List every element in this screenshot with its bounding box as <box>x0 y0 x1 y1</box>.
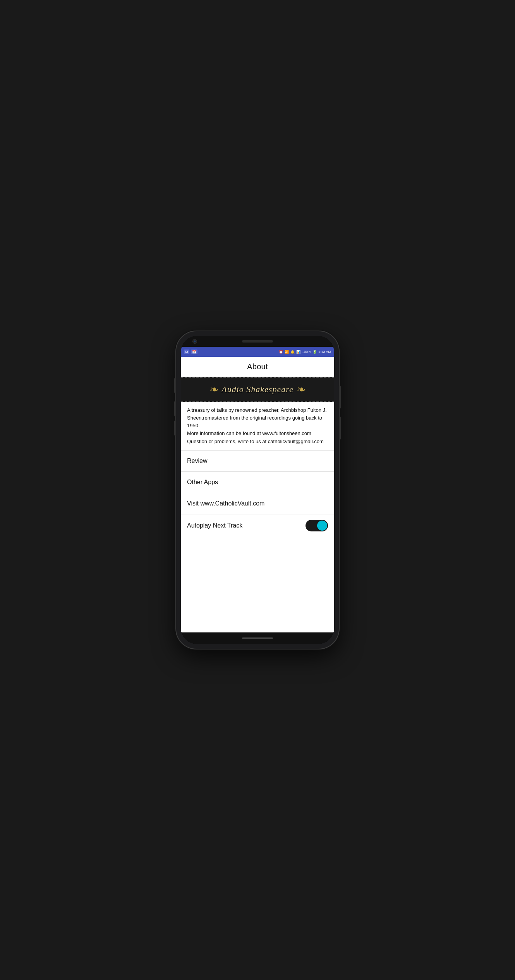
signal-icon: 📊 <box>296 350 300 354</box>
camera <box>192 339 197 344</box>
app-banner: ❧ Audio Shakespeare ❧ <box>181 377 334 402</box>
banner-decor-right: ❧ <box>297 383 306 396</box>
review-label: Review <box>187 457 207 464</box>
visit-website-menu-item[interactable]: Visit www.CatholicVault.com <box>181 493 334 514</box>
other-apps-menu-item[interactable]: Other Apps <box>181 472 334 493</box>
time-display: 1:13 AM <box>318 350 331 354</box>
visit-website-label: Visit www.CatholicVault.com <box>187 500 264 507</box>
wifi-icon: 📶 <box>285 350 289 354</box>
speaker <box>242 340 273 343</box>
calendar-icon: 📅 <box>191 350 197 354</box>
empty-content-area <box>181 537 334 632</box>
page-title: About <box>247 362 268 371</box>
description-text: A treasury of talks by renowned preacher… <box>187 406 328 445</box>
battery-percent: 100% <box>302 350 311 354</box>
autoplay-toggle[interactable] <box>306 520 328 531</box>
other-apps-label: Other Apps <box>187 479 218 486</box>
toggle-knob <box>317 521 327 531</box>
autoplay-label: Autoplay Next Track <box>187 522 242 529</box>
review-menu-item[interactable]: Review <box>181 451 334 472</box>
status-right: ⏰ 📶 🔔 📊 100% 🔋 1:13 AM <box>279 350 331 354</box>
description-section: A treasury of talks by renowned preacher… <box>181 402 334 451</box>
phone-screen: M 📅 ⏰ 📶 🔔 📊 100% 🔋 1:13 AM About ❧ <box>181 336 334 644</box>
status-left: M 📅 <box>184 350 197 354</box>
autoplay-toggle-row: Autoplay Next Track <box>181 514 334 537</box>
battery-icon: 🔋 <box>312 350 317 354</box>
home-bar[interactable] <box>242 637 273 639</box>
gmail-icon: M <box>184 350 189 354</box>
app-header: About <box>181 357 334 377</box>
banner-decor-left: ❧ <box>209 383 218 396</box>
app-content: About ❧ Audio Shakespeare ❧ A treasury o… <box>181 357 334 632</box>
phone-top-bar <box>181 336 334 347</box>
notification-icon: 🔔 <box>290 350 295 354</box>
phone-device: M 📅 ⏰ 📶 🔔 📊 100% 🔋 1:13 AM About ❧ <box>176 331 339 649</box>
banner-title: Audio Shakespeare <box>221 384 293 394</box>
status-bar: M 📅 ⏰ 📶 🔔 📊 100% 🔋 1:13 AM <box>181 347 334 357</box>
phone-bottom-bar <box>181 632 334 644</box>
alarm-icon: ⏰ <box>279 350 283 354</box>
